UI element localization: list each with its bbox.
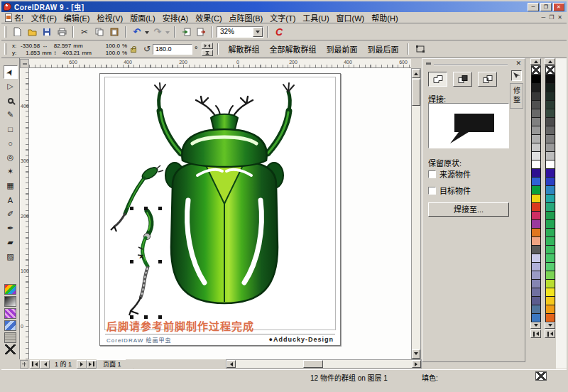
- new-button[interactable]: [10, 25, 24, 38]
- weld-to-button[interactable]: 焊接至...: [428, 202, 509, 217]
- menu-item[interactable]: 文字(T): [266, 11, 299, 24]
- menu-item[interactable]: 版面(L): [126, 11, 158, 24]
- horizontal-scrollbar[interactable]: [226, 359, 422, 369]
- palette-scroll-down-button[interactable]: [530, 322, 541, 329]
- menu-item[interactable]: 效果(C): [192, 11, 225, 24]
- selection-handle[interactable]: [158, 207, 162, 210]
- menu-item[interactable]: 点阵图(B): [226, 11, 267, 24]
- intersect-mode-button[interactable]: [478, 72, 497, 87]
- fill-tool[interactable]: ▰: [4, 236, 18, 249]
- page-tab[interactable]: 页面 1: [97, 359, 134, 369]
- undo-dropdown-icon[interactable]: [145, 31, 149, 36]
- fill-color-swatch[interactable]: [4, 284, 16, 295]
- x-value[interactable]: -330.58: [18, 43, 40, 49]
- next-page-button[interactable]: [77, 360, 87, 369]
- postscript-fill-swatch[interactable]: [4, 332, 16, 343]
- propbar-button[interactable]: 到最前面: [321, 42, 362, 56]
- rotation-input[interactable]: 180.0: [153, 44, 192, 55]
- width-value[interactable]: 82.597: [50, 43, 71, 49]
- propbar-button[interactable]: 全部解散群组: [264, 42, 321, 56]
- menu-item[interactable]: 帮助(H): [368, 11, 401, 24]
- ruler-origin-button[interactable]: [20, 59, 29, 68]
- shaping-tab-icon[interactable]: [511, 70, 522, 81]
- palette-expand-button[interactable]: [545, 330, 555, 338]
- menu-item[interactable]: 检视(V): [94, 11, 127, 24]
- palette-scroll-down-button[interactable]: [545, 322, 555, 329]
- propbar-button[interactable]: 到最后面: [362, 42, 403, 56]
- export-button[interactable]: [194, 25, 208, 38]
- toolbar-grip[interactable]: [4, 26, 6, 38]
- paste-button[interactable]: [107, 25, 121, 38]
- basic-shapes-tool[interactable]: ✶: [4, 165, 18, 178]
- propbar-button[interactable]: 解散群组: [223, 42, 264, 56]
- interactive-fill-tool[interactable]: ▨: [4, 250, 18, 263]
- child-window-button[interactable]: ❐: [549, 14, 554, 21]
- save-button[interactable]: [40, 25, 54, 38]
- menu-item[interactable]: 安排(A): [159, 11, 192, 24]
- weld-mode-button[interactable]: [428, 72, 447, 87]
- docker-close-icon[interactable]: ✕: [515, 60, 521, 67]
- restore-button[interactable]: ❐: [540, 3, 552, 11]
- docker-drag-handle[interactable]: [426, 62, 431, 65]
- text-tool[interactable]: A: [4, 193, 18, 207]
- outline-pen-tool[interactable]: ✒: [4, 222, 18, 235]
- height-value[interactable]: 403.21: [59, 50, 80, 56]
- horizontal-scroll-thumb[interactable]: [303, 360, 323, 368]
- shape-tool[interactable]: ▷: [4, 80, 18, 93]
- add-page-button[interactable]: [20, 360, 28, 369]
- selection-handle[interactable]: [130, 207, 133, 210]
- fountain-fill-swatch[interactable]: [4, 296, 16, 307]
- palette-expand-button[interactable]: [530, 330, 541, 338]
- ellipse-tool[interactable]: ○: [4, 136, 18, 150]
- redo-button[interactable]: ↷: [151, 25, 165, 38]
- vertical-scroll-thumb[interactable]: [412, 79, 420, 106]
- menu-item[interactable]: 文件(F): [28, 11, 60, 24]
- selection-handle[interactable]: [130, 260, 133, 263]
- vertical-scrollbar[interactable]: [411, 68, 421, 359]
- selection-handle[interactable]: [144, 207, 148, 210]
- menu-item[interactable]: 窗口(W): [333, 11, 368, 24]
- menu-item[interactable]: 工具(U): [299, 11, 332, 24]
- copy-button[interactable]: [92, 25, 106, 38]
- texture-fill-swatch[interactable]: [4, 320, 16, 331]
- checkbox[interactable]: [428, 187, 436, 195]
- pattern-fill-swatch[interactable]: [4, 308, 16, 319]
- child-window-button[interactable]: ✕: [557, 14, 562, 21]
- print-button[interactable]: [55, 25, 69, 38]
- spiral-tool[interactable]: ◎: [4, 151, 18, 164]
- scroll-right-button[interactable]: [412, 360, 421, 368]
- color-swatch[interactable]: [531, 313, 541, 322]
- pick-tool[interactable]: ➤: [4, 65, 18, 79]
- zoom-dropdown-button[interactable]: [253, 27, 263, 37]
- y-value[interactable]: 1.853: [18, 50, 40, 56]
- first-page-button[interactable]: [30, 360, 40, 369]
- no-fill-swatch[interactable]: [5, 344, 16, 354]
- previous-page-button[interactable]: [40, 360, 50, 369]
- zoom-tool[interactable]: [4, 94, 18, 107]
- palette-scroll-up-button[interactable]: [530, 58, 541, 65]
- close-button[interactable]: ✕: [553, 3, 564, 11]
- no-color-swatch[interactable]: [531, 65, 541, 75]
- palette-scroll-up-button[interactable]: [545, 58, 555, 65]
- scale-x-value[interactable]: 100.0: [99, 43, 120, 49]
- selection-center-marker[interactable]: ×: [139, 252, 143, 261]
- corel-online-button[interactable]: C: [272, 25, 286, 38]
- child-window-button[interactable]: ─: [541, 14, 545, 21]
- import-button[interactable]: [179, 25, 193, 38]
- scroll-left-button[interactable]: [226, 360, 236, 368]
- convert-to-curves-button[interactable]: [413, 43, 427, 56]
- cut-button[interactable]: ✂: [77, 25, 92, 38]
- redo-dropdown-icon[interactable]: [165, 31, 170, 36]
- no-color-swatch[interactable]: [545, 65, 555, 75]
- selection-handle[interactable]: [158, 260, 162, 263]
- freehand-tool[interactable]: ✎: [4, 108, 18, 121]
- mirror-horizontal-button[interactable]: [202, 43, 213, 49]
- document-system-icon[interactable]: [5, 13, 12, 22]
- proportional-lock-icon[interactable]: [131, 48, 136, 53]
- scale-y-value[interactable]: 100.0: [99, 50, 120, 56]
- scroll-up-button[interactable]: [412, 69, 420, 78]
- eyedropper-tool[interactable]: ✐: [4, 207, 18, 221]
- color-swatch[interactable]: [545, 313, 555, 322]
- minimize-button[interactable]: ─: [528, 3, 539, 11]
- graph-paper-tool[interactable]: ▦: [4, 179, 18, 192]
